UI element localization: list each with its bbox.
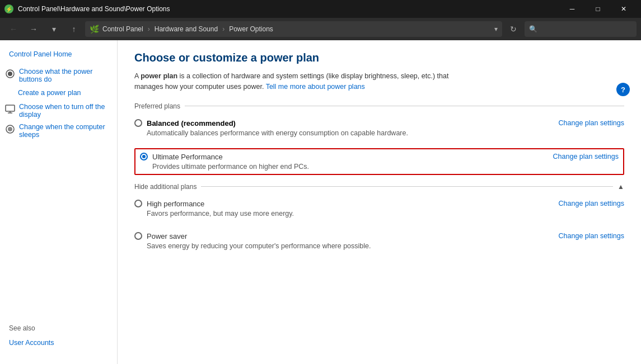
hide-plans-line [201,186,613,187]
close-button[interactable]: ✕ [611,0,637,18]
high-performance-change-link[interactable]: Change plan settings [559,200,624,207]
sidebar-item-create-power-plan[interactable]: Create a power plan [9,86,117,101]
power-buttons-icon [4,68,16,79]
page-title: Choose or customize a power plan [134,51,624,64]
balanced-plan-header: Balanced (recommended) Change plan setti… [134,119,624,127]
power-saver-plan-name: Power saver [147,232,187,240]
app-icon: ⚡ [4,4,13,13]
help-button[interactable]: ? [616,83,630,96]
sidebar-item-computer-sleeps[interactable]: Change when the computer sleeps [0,121,117,141]
sidebar-item-control-panel-home[interactable]: Control Panel Home [0,47,117,62]
ultimate-plan-name: Ultimate Performance [152,153,223,161]
preferred-plans-label: Preferred plans [134,102,180,110]
ultimate-plan-header: Ultimate Performance Change plan setting… [140,153,619,161]
forward-button[interactable]: → [25,20,43,38]
sidebar-item-power-buttons[interactable]: Choose what the power buttons do [0,65,117,86]
display-icon [4,103,16,115]
balanced-plan-desc: Automatically balances performance with … [147,129,624,137]
power-saver-radio[interactable] [134,232,142,240]
ultimate-plan-item: Ultimate Performance Change plan setting… [134,148,624,175]
sidebar: Control Panel Home Choose what the power… [0,40,118,364]
see-also-label: See also [9,324,108,332]
minimize-button[interactable]: ─ [559,0,585,18]
balanced-change-link[interactable]: Change plan settings [559,119,624,127]
svg-rect-2 [6,105,15,111]
radio-inner [142,155,146,158]
address-dropdown-icon[interactable]: ▾ [494,25,498,33]
title-bar: ⚡ Control Panel\Hardware and Sound\Power… [0,0,641,18]
high-performance-plan-desc: Favors performance, but may use more ene… [147,210,624,218]
hide-plans-header: Hide additional plans ▲ [134,183,624,191]
balanced-plan-item: Balanced (recommended) Change plan setti… [134,116,624,140]
nav-bar: ← → ▾ ↑ 🌿 Control Panel › Hardware and S… [0,18,641,40]
sep2: › [222,25,224,33]
maximize-button[interactable]: □ [585,0,611,18]
power-saver-plan-header: Power saver Change plan settings [134,232,624,240]
back-button[interactable]: ← [4,20,22,38]
see-also-section: See also User Accounts [0,318,117,357]
breadcrumb-power[interactable]: Power Options [229,25,273,33]
balanced-radio[interactable] [134,119,142,127]
high-performance-plan-name: High performance [147,200,204,208]
chevron-up-icon[interactable]: ▲ [617,183,624,191]
refresh-button[interactable]: ↻ [504,20,522,38]
balanced-plan-name: Balanced (recommended) [147,119,236,127]
up-button[interactable]: ↑ [65,20,83,38]
breadcrumb-hardware[interactable]: Hardware and Sound [155,25,218,33]
window-title: Control Panel\Hardware and Sound\Power O… [18,5,170,13]
sidebar-item-user-accounts[interactable]: User Accounts [9,335,108,351]
address-icon: 🌿 [90,25,99,34]
content-area: Choose or customize a power plan A power… [118,40,641,364]
ultimate-change-link[interactable]: Change plan settings [553,153,619,160]
address-bar[interactable]: 🌿 Control Panel › Hardware and Sound › P… [85,21,502,37]
power-saver-change-link[interactable]: Change plan settings [559,232,624,240]
power-saver-plan-item: Power saver Change plan settings Saves e… [134,229,624,253]
ultimate-plan-desc: Provides ultimate performance on higher … [152,163,619,171]
high-performance-plan-item: High performance Change plan settings Fa… [134,196,624,221]
ultimate-radio[interactable] [140,153,148,160]
ultimate-plan-left: Ultimate Performance [140,153,223,161]
preferred-plans-line [185,106,624,106]
sidebar-nav: Control Panel Home Choose what the power… [0,47,117,141]
high-performance-plan-header: High performance Change plan settings [134,200,624,208]
breadcrumb-control-panel[interactable]: Control Panel [102,25,143,33]
high-performance-radio[interactable] [134,200,142,207]
search-icon: 🔍 [529,25,537,33]
high-performance-plan-left: High performance [134,200,204,208]
hide-plans-label: Hide additional plans [134,183,196,191]
sep1: › [148,25,150,33]
sleep-icon [4,124,16,135]
dropdown-recent-button[interactable]: ▾ [45,20,63,38]
power-saver-plan-desc: Saves energy by reducing your computer's… [147,242,624,250]
window-controls: ─ □ ✕ [559,0,637,18]
svg-point-6 [8,127,12,131]
sidebar-item-turn-off-display[interactable]: Choose when to turn off the display [0,101,117,121]
search-box[interactable]: 🔍 [525,21,637,37]
power-saver-plan-left: Power saver [134,232,187,240]
balanced-plan-left: Balanced (recommended) [134,119,236,127]
learn-more-link[interactable]: Tell me more about power plans [266,83,365,91]
svg-point-1 [8,72,12,76]
description: A power plan is a collection of hardware… [134,71,470,92]
main-container: Control Panel Home Choose what the power… [0,40,641,364]
preferred-plans-header: Preferred plans [134,102,624,110]
